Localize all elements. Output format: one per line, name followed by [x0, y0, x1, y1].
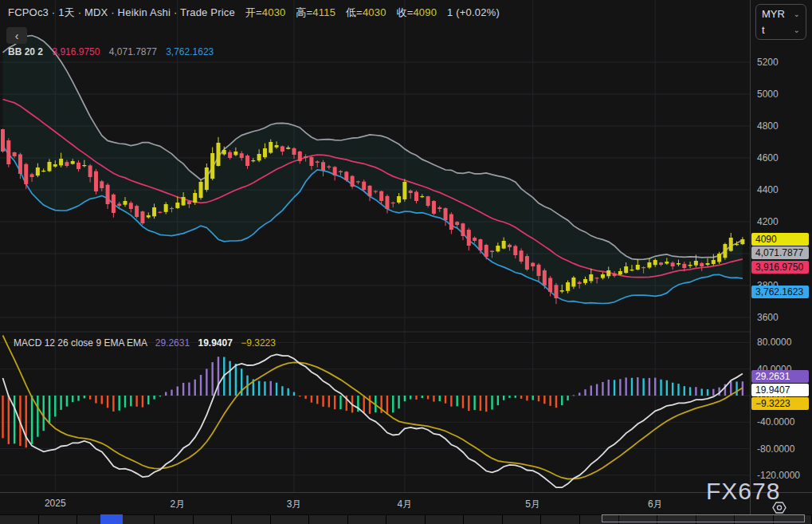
bb-indicator-row[interactable]: BB 20 2 3,916.9750 4,071.7877 3,762.1623 — [8, 46, 214, 57]
chevron-down-icon: ⌄ — [794, 26, 800, 34]
time-tick-5月: 5月 — [525, 498, 540, 511]
currency-select[interactable]: MYR ⌄ — [762, 8, 800, 20]
open-value: 4030 — [262, 6, 286, 18]
navigator-cell[interactable] — [503, 514, 542, 524]
time-tick-2025: 2025 — [45, 498, 66, 509]
navigator-cell[interactable] — [426, 514, 465, 524]
macd-tick--80: -80.0000 — [757, 443, 794, 455]
unit-value: t — [762, 24, 765, 36]
bb-mid-value: 3,916.9750 — [52, 46, 100, 57]
price-tick-4800: 4800 — [757, 120, 779, 132]
navigator-cell[interactable] — [39, 514, 78, 524]
high-label: 高= — [296, 6, 312, 18]
unit-select[interactable]: t ⌄ — [762, 24, 800, 36]
bb-label: BB 20 2 — [8, 46, 43, 57]
bb-upper-value: 4,071.7877 — [109, 46, 157, 57]
price-tick-4200: 4200 — [757, 216, 779, 227]
back-button[interactable]: ‹ — [6, 27, 27, 44]
grid-lines — [0, 0, 750, 492]
macd-indicator-row[interactable]: MACD 12 26 close 9 EMA EMA 29.2631 19.94… — [8, 337, 276, 349]
time-axis[interactable]: 20252月3月4月5月6月 — [0, 492, 812, 515]
date-range-navigator[interactable] — [0, 514, 812, 524]
close-label: 收= — [396, 6, 413, 18]
time-tick-6月: 6月 — [648, 498, 663, 511]
time-tick-3月: 3月 — [287, 498, 302, 511]
macd-tick--40: -40.0000 — [757, 416, 794, 427]
bb-lower-value: 3,762.1623 — [166, 46, 214, 57]
chevron-left-icon: ‹ — [15, 30, 19, 42]
navigator-cell[interactable] — [155, 514, 194, 524]
main-chart-svg[interactable] — [0, 0, 750, 492]
price-tick-5200: 5200 — [757, 57, 779, 68]
navigator-cell[interactable] — [309, 514, 348, 524]
bollinger-bands — [3, 36, 743, 304]
navigator-cell[interactable] — [386, 514, 426, 524]
navigator-cell[interactable] — [232, 514, 271, 524]
navigator-cell[interactable] — [194, 514, 233, 524]
price-tick-5000: 5000 — [757, 89, 779, 100]
bb-upper-badge: 4,071.7877 — [751, 246, 809, 259]
close-value: 4090 — [413, 6, 437, 18]
hexagon-logo-icon — [772, 501, 787, 514]
bb-mid-badge: 3,916.9750 — [751, 261, 809, 274]
navigator-cell[interactable] — [0, 514, 39, 524]
low-value: 4030 — [363, 6, 386, 18]
macd-signal-value: −9.3223 — [241, 337, 276, 349]
price-tick-4600: 4600 — [757, 152, 779, 164]
navigator-cell[interactable] — [271, 514, 310, 524]
symbol-title[interactable]: FCPOc3 · 1天 · MDX · Heikin Ashi · Trade … — [8, 6, 235, 18]
watermark-text: FX678 — [706, 478, 780, 504]
macd-line-badge: 19.9407 — [751, 384, 809, 396]
navigator-cell[interactable] — [464, 514, 503, 524]
macd-tick-80: 80.0000 — [757, 337, 791, 348]
bb-lower-badge: 3,762.1623 — [751, 286, 809, 298]
trading-chart-app: FCPOc3 · 1天 · MDX · Heikin Ashi · Trade … — [0, 0, 812, 524]
navigator-cell[interactable] — [541, 514, 580, 524]
currency-value: MYR — [762, 8, 785, 20]
change-value: 1 (+0.02%) — [447, 6, 500, 18]
currency-unit-box: MYR ⌄ t ⌄ — [755, 4, 806, 40]
time-tick-4月: 4月 — [398, 498, 413, 511]
macd-label: MACD 12 26 close 9 EMA EMA — [14, 337, 147, 349]
watermark: FX678 — [706, 478, 780, 505]
navigator-cell[interactable] — [348, 514, 387, 524]
low-label: 低= — [346, 6, 363, 18]
price-axis[interactable]: 52005000480046004400420040003800360080.0… — [751, 0, 812, 514]
navigator-active-segment[interactable] — [100, 514, 123, 524]
price-tick-4400: 4400 — [757, 184, 779, 195]
macd-line-value: 19.9407 — [198, 337, 232, 349]
time-tick-2月: 2月 — [170, 498, 185, 511]
navigator-viewport-window[interactable] — [602, 514, 805, 522]
chart-header: FCPOc3 · 1天 · MDX · Heikin Ashi · Trade … — [8, 6, 500, 20]
open-label: 开= — [245, 6, 262, 18]
macd-signal-badge: −9.3223 — [751, 397, 809, 410]
macd-hist-badge: 29.2631 — [751, 370, 809, 383]
last-price-badge: 4090 — [751, 233, 809, 246]
price-tick-3600: 3600 — [757, 312, 779, 323]
high-value: 4115 — [312, 6, 335, 18]
macd-hist-value: 29.2631 — [155, 337, 190, 349]
chevron-down-icon: ⌄ — [794, 10, 800, 18]
